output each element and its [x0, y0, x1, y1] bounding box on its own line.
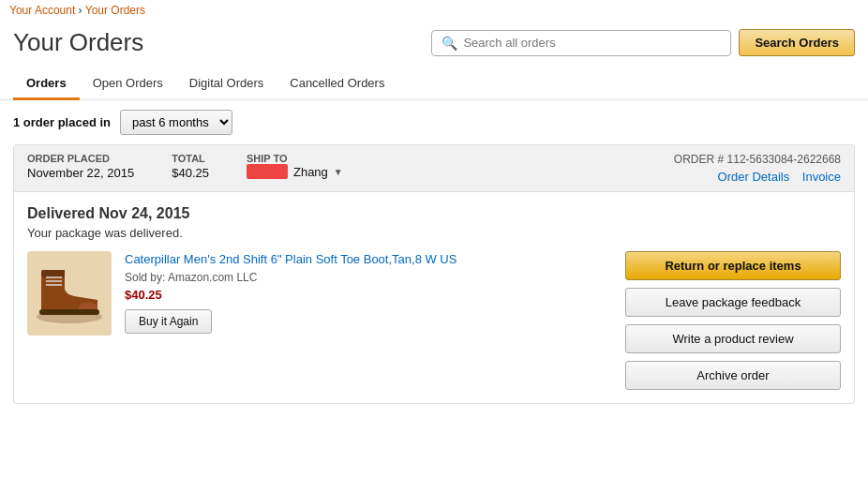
order-ship-label: SHIP TO — [247, 153, 343, 164]
delivery-status: Delivered Nov 24, 2015 — [27, 205, 841, 222]
filter-row: 1 order placed in past 6 months past 3 m… — [0, 100, 868, 144]
tab-cancelled-orders[interactable]: Cancelled Orders — [277, 68, 397, 100]
order-total-col: TOTAL $40.25 — [172, 153, 209, 180]
order-number-value: 112-5633084-2622668 — [727, 153, 841, 166]
breadcrumb-account-link[interactable]: Your Account — [9, 4, 75, 17]
order-placed-date: November 22, 2015 — [27, 166, 134, 180]
search-icon: 🔍 — [441, 36, 457, 51]
item-image — [27, 251, 112, 336]
return-replace-button[interactable]: Return or replace items — [625, 251, 841, 280]
item-details: Caterpillar Men's 2nd Shift 6" Plain Sof… — [125, 251, 606, 334]
tab-open-orders[interactable]: Open Orders — [80, 68, 176, 100]
order-item-row: Caterpillar Men's 2nd Shift 6" Plain Sof… — [27, 251, 841, 390]
search-input[interactable] — [463, 36, 721, 50]
write-review-button[interactable]: Write a product review — [625, 324, 841, 353]
order-number-col: ORDER # 112-5633084-2622668 Order Detail… — [674, 153, 841, 184]
ship-dropdown-icon[interactable]: ▼ — [334, 167, 343, 177]
search-bar: 🔍 Search Orders — [431, 29, 855, 56]
tab-digital-orders[interactable]: Digital Orders — [176, 68, 277, 100]
item-price: $40.25 — [125, 288, 606, 302]
order-placed-col: ORDER PLACED November 22, 2015 — [27, 153, 134, 180]
order-number-label: ORDER # — [674, 153, 724, 166]
delivery-sub: Your package was delivered. — [27, 226, 841, 240]
page-title: Your Orders — [13, 28, 431, 57]
order-count-text: 1 order placed in — [13, 115, 111, 129]
search-input-wrapper: 🔍 — [431, 30, 731, 56]
order-header: ORDER PLACED November 22, 2015 TOTAL $40… — [14, 145, 854, 192]
order-card: ORDER PLACED November 22, 2015 TOTAL $40… — [13, 144, 855, 404]
order-placed-label: ORDER PLACED — [27, 153, 134, 164]
action-buttons: Return or replace items Leave package fe… — [625, 251, 841, 390]
invoice-link[interactable]: Invoice — [802, 170, 841, 184]
page-header: Your Orders 🔍 Search Orders — [0, 21, 868, 68]
ship-to-row: Zhang ▼ — [247, 164, 343, 179]
order-number: ORDER # 112-5633084-2622668 — [674, 153, 841, 166]
order-details-link[interactable]: Order Details — [718, 170, 790, 184]
order-body: Delivered Nov 24, 2015 Your package was … — [14, 192, 854, 403]
order-links: Order Details Invoice — [674, 170, 841, 184]
order-total-value: $40.25 — [172, 166, 209, 180]
leave-feedback-button[interactable]: Leave package feedback — [625, 288, 841, 317]
item-title-link[interactable]: Caterpillar Men's 2nd Shift 6" Plain Sof… — [125, 252, 456, 266]
svg-rect-6 — [39, 309, 99, 315]
breadcrumb-orders-label: Your Orders — [85, 4, 145, 17]
search-orders-button[interactable]: Search Orders — [739, 29, 855, 56]
buy-again-button[interactable]: Buy it Again — [125, 309, 212, 334]
tabs-bar: Orders Open Orders Digital Orders Cancel… — [0, 68, 868, 100]
svg-rect-1 — [41, 270, 65, 277]
order-ship-col: SHIP TO Zhang ▼ — [247, 153, 343, 179]
tab-orders[interactable]: Orders — [13, 68, 80, 100]
ship-name-redacted — [247, 164, 288, 179]
archive-order-button[interactable]: Archive order — [625, 361, 841, 390]
boot-svg-icon — [32, 261, 107, 326]
breadcrumb: Your Account › Your Orders — [0, 0, 868, 21]
ship-name-text: Zhang — [293, 165, 328, 179]
time-filter-select[interactable]: past 6 months past 3 months past 30 days… — [120, 110, 232, 135]
item-sold-by: Sold by: Amazon.com LLC — [125, 271, 606, 284]
order-total-label: TOTAL — [172, 153, 209, 164]
